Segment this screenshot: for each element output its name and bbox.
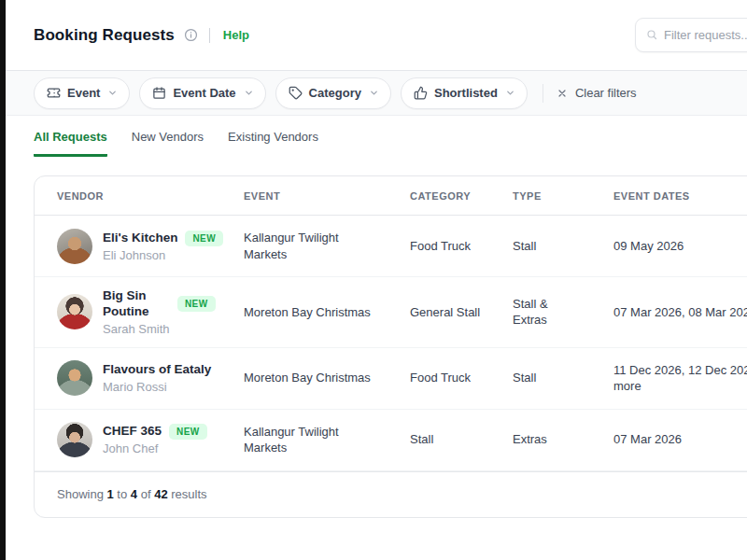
new-badge: NEW [169,424,207,440]
search-icon [646,29,657,40]
vendor-contact: John Chef [103,441,207,455]
chevron-down-icon [505,88,515,98]
filter-pill-label: Event [67,86,100,100]
vendor-name: Eli's Kitchen [103,231,177,246]
category-cell: Food Truck [410,370,513,386]
results-to: 4 [131,487,137,501]
results-from: 1 [107,487,114,501]
header-divider [209,28,210,43]
vendor-contact: Sarah Smith [103,322,216,336]
vendor-cell: CHEF 365 NEW John Chef [57,422,244,457]
filter-pill-event[interactable]: Event [34,77,130,109]
vendor-name: Flavours of Eataly [103,362,211,378]
chevron-down-icon [244,88,254,98]
showing-label: Showing [57,487,104,501]
clear-filters-label: Clear filters [575,86,637,100]
info-icon[interactable] [184,28,198,42]
table-row[interactable]: CHEF 365 NEW John Chef Kallangur Twiligh… [35,410,747,471]
new-badge: NEW [177,296,216,312]
event-dates-cell: 07 Mar 2026 [613,431,747,448]
event-cell: Kallangur Twilight Markets [244,424,410,456]
tab-new-vendors[interactable]: New Vendors [132,130,204,157]
event-cell: Moreton Bay Christmas [244,304,410,321]
category-cell: Food Truck [410,238,513,255]
filter-pill-category[interactable]: Category [275,77,391,109]
table-row[interactable]: Big Sin Poutine NEW Sarah Smith Moreton … [35,277,747,348]
vendor-contact: Mario Rossi [103,380,211,394]
results-label: results [171,487,206,501]
tab-all-requests[interactable]: All Requests [34,130,107,157]
column-header-event-dates: EVENT DATES [613,190,747,202]
vendor-cell: Eli's Kitchen NEW Eli Johnson [57,229,244,264]
table-row[interactable]: Flavours of Eataly Mario Rossi Moreton B… [35,348,747,410]
filter-pill-label: Category [309,86,361,100]
type-cell: Extras [513,431,613,448]
vendor-name: CHEF 365 [103,424,162,440]
vendor-avatar [57,360,92,396]
chevron-down-icon [107,88,118,98]
event-cell: Kallangur Twilight Markets [244,230,410,262]
help-link[interactable]: Help [223,28,249,42]
type-cell: Stall [513,370,613,386]
to-label: to [117,487,127,501]
vendor-avatar [57,294,92,329]
page-header: Booking Requests Help [6,0,747,71]
table-row[interactable]: Eli's Kitchen NEW Eli Johnson Kallangur … [35,216,747,277]
tag-icon [289,86,303,100]
event-cell: Moreton Bay Christmas [244,370,410,386]
booking-requests-table: VENDOR EVENT CATEGORY TYPE EVENT DATES E… [34,175,747,518]
window-edge-strip [0,0,6,560]
tab-existing-vendors[interactable]: Existing Vendors [228,130,318,157]
new-badge: NEW [185,231,223,246]
vendor-avatar [57,229,92,264]
category-cell: Stall [410,431,513,448]
filter-divider [543,84,543,103]
filter-pill-label: Shortlisted [434,86,498,100]
type-cell: Stall [513,238,613,255]
event-dates-cell: 11 Dec 2026, 12 Dec 2026, more [613,362,747,395]
thumbs-up-icon [414,86,428,100]
calendar-icon [152,86,166,100]
chevron-down-icon [369,88,379,98]
vendor-cell: Flavours of Eataly Mario Rossi [57,360,244,396]
filter-pill-event-date[interactable]: Event Date [139,77,265,109]
type-cell: Stall & Extras [513,296,613,329]
filter-pill-shortlisted[interactable]: Shortlisted [401,77,528,109]
tab-bar: All Requests New Vendors Existing Vendor… [6,116,747,157]
filter-pill-label: Event Date [173,86,235,100]
vendor-contact: Eli Johnson [103,248,223,262]
column-header-type: TYPE [513,190,613,202]
vendor-avatar [57,422,92,457]
of-label: of [141,487,151,501]
results-summary: Showing 1 to 4 of 42 results [35,471,747,517]
page-title: Booking Requests [34,26,175,45]
booking-requests-page: Booking Requests Help Event Event Date [6,0,747,518]
column-header-event: EVENT [244,190,410,202]
column-header-vendor: VENDOR [57,190,244,202]
results-total: 42 [154,487,167,501]
filter-bar: Event Event Date Category [6,71,747,116]
vendor-name: Big Sin Poutine [103,288,170,320]
ticket-icon [47,86,61,100]
vendor-cell: Big Sin Poutine NEW Sarah Smith [57,288,244,336]
column-header-category: CATEGORY [410,190,513,202]
event-dates-cell: 07 Mar 2026, 08 Mar 2026 [613,304,747,321]
category-cell: General Stall [410,304,513,321]
clear-filters-button[interactable]: Clear filters [557,86,637,100]
table-header-row: VENDOR EVENT CATEGORY TYPE EVENT DATES [35,176,747,216]
close-icon [557,88,568,99]
event-dates-cell: 09 May 2026 [613,238,747,255]
